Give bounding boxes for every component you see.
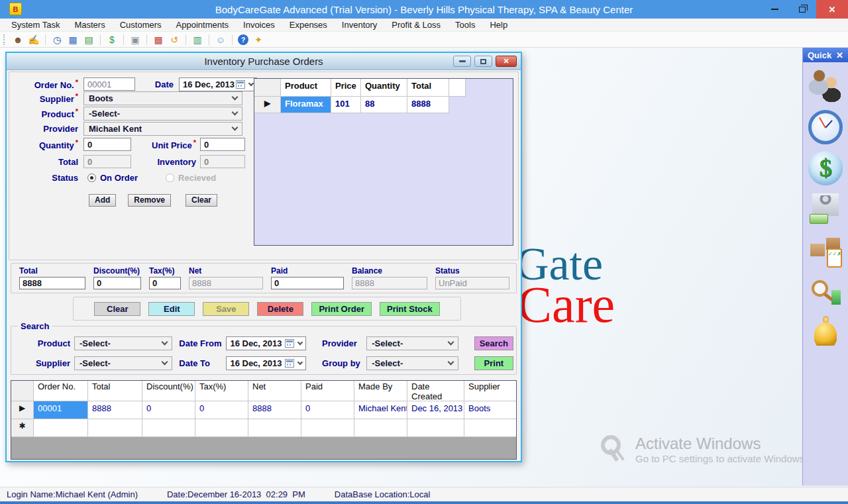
grid-row[interactable]: ▶0000188880088880Michael KentDec 16, 201… <box>11 401 516 419</box>
action-button[interactable]: Edit <box>148 302 195 316</box>
dollar-icon[interactable]: $ <box>106 34 118 46</box>
action-button[interactable]: Delete <box>257 302 303 316</box>
quantity-field[interactable]: 0 <box>83 138 131 151</box>
grid-row[interactable]: ✱ <box>11 419 516 437</box>
grid-header-cell[interactable]: Paid <box>301 381 354 401</box>
grid-cell[interactable]: 8888 <box>88 401 142 419</box>
totals-value[interactable]: 8888 <box>19 277 85 289</box>
inventory-icon[interactable] <box>808 233 843 268</box>
grid-header-cell[interactable]: Net <box>248 381 301 401</box>
bell-icon[interactable]: ✦ <box>252 34 264 46</box>
menu-item[interactable]: Help <box>482 19 515 31</box>
grid-cell[interactable] <box>195 419 248 437</box>
minimize-button[interactable] <box>761 0 788 19</box>
provider-select[interactable]: Michael Kent <box>83 122 242 136</box>
grid-cell[interactable]: 101 <box>331 97 361 113</box>
group-by-select[interactable]: -Select- <box>366 356 458 370</box>
menu-item[interactable]: System Task <box>4 19 67 31</box>
dollar-icon[interactable] <box>808 151 843 185</box>
totals-value[interactable]: 8888 <box>189 277 263 289</box>
grid-header-cell[interactable]: Product <box>281 79 331 97</box>
grid-header-cell[interactable]: Total <box>407 79 449 97</box>
on-order-radio[interactable] <box>87 174 96 182</box>
gift-icon[interactable]: ▩ <box>152 34 164 46</box>
grid-cell[interactable] <box>464 419 517 437</box>
reports-icon[interactable] <box>808 274 843 309</box>
menu-item[interactable]: Masters <box>67 19 112 31</box>
action-button[interactable]: Save <box>203 302 249 316</box>
menu-item[interactable]: Inventory <box>335 19 384 31</box>
grid-header-cell[interactable]: Total <box>88 381 142 401</box>
grid-cell[interactable] <box>354 419 407 437</box>
calendar-icon[interactable]: ▦ <box>67 34 79 46</box>
undo-icon[interactable]: ↺ <box>168 34 180 46</box>
invoice-icon[interactable]: ▤ <box>83 34 95 46</box>
row-selector[interactable]: ▶ <box>254 97 281 113</box>
search-button[interactable]: Search <box>474 336 513 350</box>
grid-cell[interactable]: Floramax <box>281 97 331 113</box>
menu-item[interactable]: Expenses <box>282 19 335 31</box>
grid-row[interactable]: ▶Floramax101888888 <box>254 97 513 113</box>
edit-customer-icon[interactable]: ✍ <box>28 34 40 46</box>
search-supplier-select[interactable]: -Select- <box>74 356 172 370</box>
grid-cell[interactable]: 00001 <box>34 401 88 419</box>
user-status-icon[interactable]: ☺ <box>215 34 227 46</box>
menu-item[interactable]: Tools <box>448 19 482 31</box>
search-provider-select[interactable]: -Select- <box>366 336 458 350</box>
dialog-maximize-button[interactable] <box>474 56 492 67</box>
grid-cell[interactable]: Michael Kent <box>354 401 407 419</box>
grid-cell[interactable]: Boots <box>464 401 517 419</box>
menu-item[interactable]: Profit & Loss <box>384 19 448 31</box>
grid-cell[interactable] <box>301 419 354 437</box>
product-select[interactable]: -Select- <box>83 107 242 121</box>
grid-cell[interactable]: 0 <box>142 401 195 419</box>
package-icon[interactable]: ▣ <box>129 34 141 46</box>
safe-icon[interactable] <box>808 192 843 227</box>
grid-header-cell[interactable]: Discount(%) <box>142 381 195 401</box>
clock-icon[interactable] <box>808 110 843 144</box>
supplier-select[interactable]: Boots <box>83 91 242 105</box>
clear-items-button[interactable]: Clear <box>186 194 217 207</box>
print-button[interactable]: Print <box>474 356 513 370</box>
quick-panel-close-icon[interactable]: ✕ <box>836 50 843 60</box>
grid-cell[interactable]: 0 <box>301 401 354 419</box>
totals-value[interactable]: 8888 <box>352 277 427 289</box>
grid-cell[interactable] <box>88 419 142 437</box>
totals-value[interactable]: 0 <box>93 277 141 289</box>
date-from-picker[interactable]: 16 Dec, 2013 <box>226 336 306 350</box>
totals-value[interactable]: UnPaid <box>435 277 509 289</box>
row-selector[interactable]: ▶ <box>11 401 34 419</box>
grid-header-cell[interactable]: Made By <box>354 381 407 401</box>
grid-cell[interactable] <box>142 419 195 437</box>
bell-icon[interactable] <box>808 315 843 350</box>
close-button[interactable]: ✕ <box>816 0 848 19</box>
grid-cell[interactable]: 0 <box>195 401 248 419</box>
grid-cell[interactable]: 88 <box>361 97 407 113</box>
grid-cell[interactable] <box>34 419 88 437</box>
grid-header-cell[interactable]: Price <box>331 79 361 97</box>
date-to-picker[interactable]: 16 Dec, 2013 <box>226 356 306 370</box>
totals-value[interactable]: 0 <box>149 277 181 289</box>
action-button[interactable]: Print Stock <box>380 302 440 316</box>
grid-header-cell[interactable]: Date Created <box>407 381 464 401</box>
received-radio[interactable] <box>166 174 174 182</box>
add-button[interactable]: Add <box>89 194 116 207</box>
grid-cell[interactable]: 8888 <box>407 97 449 113</box>
chart-icon[interactable]: ▥ <box>191 34 203 46</box>
grid-header-cell[interactable]: Order No. <box>34 381 88 401</box>
clock-icon[interactable]: ◷ <box>51 34 63 46</box>
grid-cell[interactable]: 8888 <box>248 401 301 419</box>
grid-header-cell[interactable]: Quantity <box>361 79 407 97</box>
remove-button[interactable]: Remove <box>128 194 171 207</box>
date-picker[interactable]: 16 Dec, 2013 <box>179 77 257 91</box>
grid-header-cell[interactable]: Supplier <box>464 381 517 401</box>
action-button[interactable]: Print Order <box>311 302 372 316</box>
grid-header-cell[interactable]: Tax(%) <box>195 381 248 401</box>
row-selector[interactable]: ✱ <box>11 419 34 437</box>
restore-button[interactable] <box>788 0 816 19</box>
search-product-select[interactable]: -Select- <box>74 336 172 350</box>
users-icon[interactable]: ☻ <box>12 34 24 46</box>
order-no-field[interactable]: 00001 <box>83 77 135 91</box>
menu-item[interactable]: Appointments <box>169 19 237 31</box>
customers-icon[interactable] <box>808 69 843 103</box>
